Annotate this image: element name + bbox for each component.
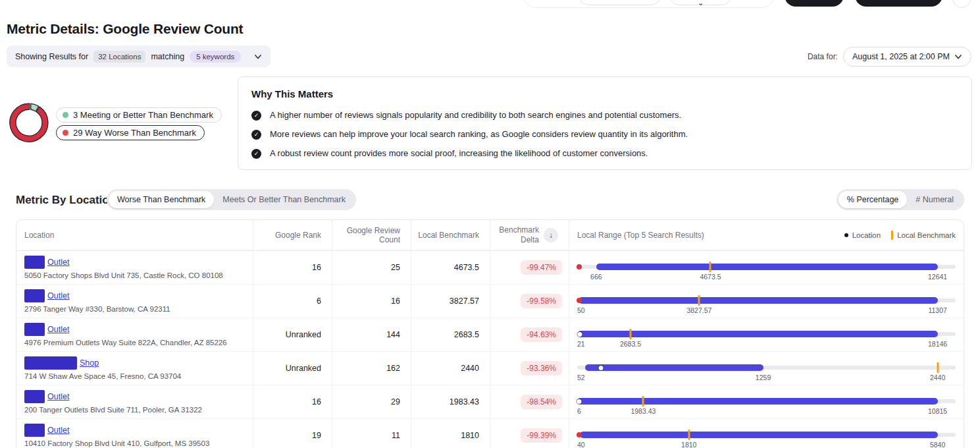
- delta-header-line1: Benchmark: [499, 225, 539, 235]
- toolbar-button-1[interactable]: [578, 0, 661, 5]
- toggle-meets-or-better[interactable]: Meets Or Better Than Benchmark: [214, 191, 354, 208]
- range-max-label: 5840: [930, 441, 945, 448]
- range-benchmark-label: 3827.57: [686, 306, 711, 314]
- donut-worse-segment: [10, 103, 48, 142]
- google-rank-value: 19: [253, 419, 332, 448]
- google-rank-value: 16: [253, 251, 332, 284]
- range-bar: [580, 432, 938, 438]
- location-link[interactable]: Outlet: [47, 258, 69, 267]
- review-count-value: 25: [332, 251, 411, 284]
- worse-than-benchmark-badge[interactable]: 29 Way Worse Than Benchmark: [56, 125, 205, 140]
- review-count-value: 11: [332, 419, 411, 448]
- toggle-percentage[interactable]: % Percentage: [838, 191, 908, 208]
- location-link[interactable]: Outlet: [47, 325, 69, 334]
- red-dot-icon: [63, 130, 68, 136]
- location-address: 200 Tanger Outlets Blvd Suite 711, Poole…: [24, 406, 245, 414]
- range-max-label: 11307: [928, 306, 946, 314]
- better-badge-label: 3 Meeting or Better Than Benchmark: [73, 110, 213, 120]
- location-address: 714 W Shaw Ave Space 45, Fresno, CA 9370…: [24, 372, 245, 380]
- better-than-benchmark-badge[interactable]: 3 Meeting or Better Than Benchmark: [56, 107, 222, 123]
- range-bar: [577, 398, 937, 405]
- column-header-benchmark-delta: Benchmark Delta ↓: [490, 220, 569, 250]
- table-row: Outlet 2796 Tanger Way #330, Barstow, CA…: [16, 285, 964, 318]
- location-link[interactable]: Outlet: [47, 426, 69, 435]
- range-benchmark-label: 1983.43: [631, 407, 656, 415]
- table-row: Shop 714 W Shaw Ave Space 45, Fresno, CA…: [16, 352, 964, 385]
- metric-by-location-title: Metric By Location: [16, 194, 116, 207]
- benchmark-tick-icon: [688, 430, 690, 440]
- why-this-matters-card: Why This Matters ✓ A higher number of re…: [238, 76, 972, 170]
- benchmark-tick-icon: [709, 262, 711, 272]
- redacted-location-name: [24, 323, 45, 336]
- page-title: Metric Details: Google Review Count: [7, 21, 243, 37]
- range-max-label: 10815: [928, 407, 947, 415]
- google-rank-value: 16: [253, 385, 332, 418]
- benchmark-delta-badge: -99.39%: [521, 428, 562, 443]
- toolbar-button-2[interactable]: ⌄: [669, 0, 733, 5]
- redacted-location-name: [24, 390, 45, 403]
- location-address: 5050 Factory Shops Blvd Unit 735, Castle…: [24, 271, 245, 279]
- google-rank-value: 6: [253, 285, 332, 318]
- google-rank-value: Unranked: [253, 352, 332, 385]
- toggle-numeral[interactable]: # Numeral: [907, 191, 962, 208]
- review-count-value: 29: [332, 385, 411, 418]
- column-header-review-count: Google Review Count: [332, 220, 411, 250]
- benchmark-delta-badge: -94.63%: [521, 327, 562, 342]
- range-bar: [578, 331, 938, 337]
- data-for-label: Data for:: [808, 52, 838, 61]
- range-min-label: 40: [577, 441, 585, 448]
- check-circle-icon: ✓: [251, 111, 261, 121]
- review-count-value: 144: [332, 318, 411, 351]
- toolbar-avatar-circle[interactable]: [952, 0, 971, 8]
- range-min-label: 50: [577, 306, 585, 314]
- toolbar-dark-button-1[interactable]: [785, 0, 844, 7]
- local-benchmark-value: 2440: [411, 352, 490, 385]
- filter-matching-label: matching: [151, 52, 184, 61]
- location-link[interactable]: Outlet: [47, 291, 69, 300]
- metric-by-location-table: Location Google Rank Google Review Count…: [16, 219, 964, 448]
- local-benchmark-value: 2683.5: [411, 318, 490, 351]
- check-circle-icon: ✓: [251, 130, 261, 140]
- worse-badge-label: 29 Way Worse Than Benchmark: [73, 128, 196, 138]
- location-link[interactable]: Shop: [80, 358, 99, 368]
- column-header-google-rank: Google Rank: [253, 220, 332, 250]
- column-header-local-benchmark: Local Benchmark: [411, 220, 490, 250]
- range-min-label: 21: [577, 340, 585, 348]
- range-min-label: 6: [577, 407, 581, 415]
- benchmark-delta-badge: -98.54%: [521, 395, 562, 409]
- local-range-bar: 6 1983.43 10815: [577, 385, 956, 418]
- why-title: Why This Matters: [251, 88, 958, 99]
- toggle-worse-than-benchmark[interactable]: Worse Than Benchmark: [109, 191, 214, 208]
- range-bar: [579, 297, 937, 304]
- location-address: 4976 Premium Outlets Way Suite 822A, Cha…: [24, 339, 245, 347]
- review-count-value: 162: [332, 352, 411, 385]
- location-dot-icon: [578, 332, 582, 337]
- data-for-date-select[interactable]: August 1, 2025 at 2:00 PM: [843, 47, 971, 67]
- local-benchmark-value: 4673.5: [411, 251, 490, 284]
- value-format-toggle: % Percentage # Numeral: [837, 189, 964, 210]
- redacted-location-name: [24, 424, 45, 437]
- column-header-location: Location: [16, 220, 253, 250]
- benchmark-delta-badge: -93.36%: [521, 361, 562, 376]
- toolbar-dark-button-2[interactable]: [855, 0, 942, 7]
- results-filter-dropdown[interactable]: Showing Results for 32 Locations matchin…: [7, 45, 271, 67]
- filter-prefix-label: Showing Results for: [15, 52, 88, 61]
- benchmark-delta-badge: -99.58%: [521, 294, 562, 308]
- google-rank-value: Unranked: [253, 318, 332, 351]
- green-dot-icon: [63, 112, 68, 118]
- orange-bar-icon: [891, 231, 893, 240]
- legend-local-benchmark: Local Benchmark: [891, 231, 956, 240]
- table-row: Outlet 200 Tanger Outlets Blvd Suite 711…: [16, 385, 964, 419]
- sort-descending-button[interactable]: ↓: [544, 228, 558, 242]
- range-bar: [596, 264, 938, 270]
- range-max-label: 18146: [928, 340, 947, 348]
- range-bar: [585, 364, 763, 371]
- check-circle-icon: ✓: [251, 149, 261, 159]
- range-min-label: 52: [577, 374, 585, 381]
- location-link[interactable]: Outlet: [47, 392, 69, 401]
- location-address: 10410 Factory Shop Blvd Unit 410, Gulfpo…: [24, 439, 245, 447]
- location-dot-icon: [577, 298, 582, 303]
- redacted-location-name: [24, 289, 45, 302]
- range-min-label: 666: [590, 273, 602, 281]
- table-row: Outlet 10410 Factory Shop Blvd Unit 410,…: [16, 419, 964, 448]
